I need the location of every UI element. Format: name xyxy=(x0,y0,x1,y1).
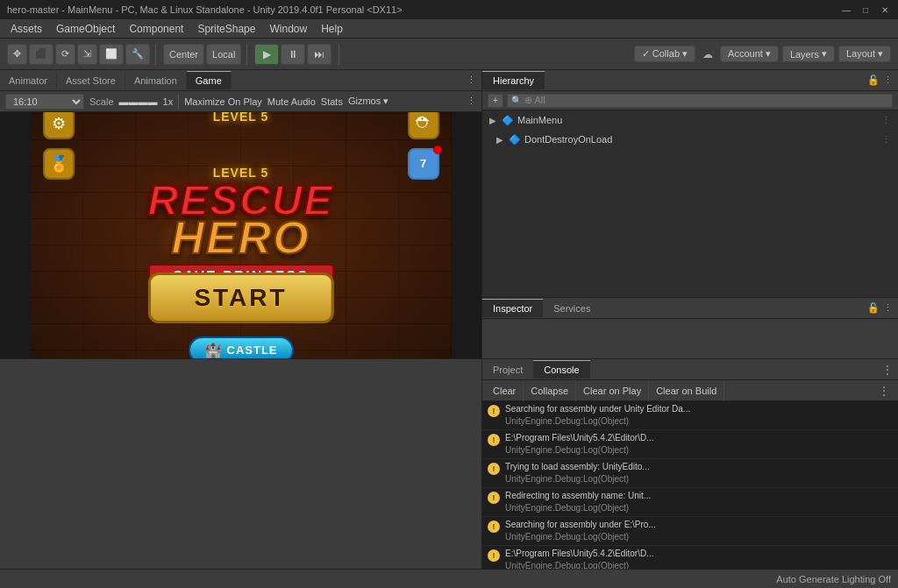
collab-button[interactable]: ✓ Collab ▾ xyxy=(634,46,695,62)
hierarchy-lock-icon[interactable]: 🔓 xyxy=(867,74,880,86)
menu-assets[interactable]: Assets xyxy=(4,21,49,37)
scale-tool[interactable]: ⇲ xyxy=(77,44,97,65)
console-tab[interactable]: Console xyxy=(533,360,589,379)
aspect-ratio-select[interactable]: 16:10 16:9 Free Aspect xyxy=(5,94,84,110)
layers-label: Layers xyxy=(790,49,819,60)
hierarchy-item-mainmenu[interactable]: ▶ 🔷 MainMenu ⋮ xyxy=(482,110,898,130)
warn-icon: ! xyxy=(488,549,500,562)
transform-tools: ✥ ⬛ ⟳ ⇲ ⬜ 🔧 xyxy=(7,44,156,65)
warn-icon: ! xyxy=(488,463,500,475)
tab-game[interactable]: Game xyxy=(187,71,232,89)
inspector-header: Inspector Services 🔓 ⋮ xyxy=(482,298,898,319)
settings-button[interactable]: ⚙ xyxy=(43,112,75,139)
title-bar: hero-master - MainMenu - PC, Mac & Linux… xyxy=(0,0,898,19)
start-button[interactable]: START xyxy=(147,273,333,323)
hierarchy-item-dontdestroy[interactable]: ▶ 🔷 DontDestroyOnLoad ⋮ xyxy=(482,130,898,149)
gizmos-button[interactable]: Gizmos ▾ xyxy=(348,96,388,107)
game-tab-bar: Animator Asset Store Animation Game ⋮ xyxy=(0,70,481,91)
console-toolbar-menu[interactable]: ⋮ xyxy=(873,383,894,399)
account-button[interactable]: Account ▾ xyxy=(720,46,779,62)
hand-tool[interactable]: ✥ xyxy=(7,44,27,65)
services-tab[interactable]: Services xyxy=(543,300,601,317)
bottom-left-panel xyxy=(0,359,482,569)
rotate-tool[interactable]: ⟳ xyxy=(55,44,75,65)
hierarchy-tab[interactable]: Hierarchy xyxy=(482,71,545,89)
transform-tool[interactable]: 🔧 xyxy=(125,44,150,65)
cloud-icon[interactable]: ☁ xyxy=(702,48,713,60)
tab-animator[interactable]: Animator xyxy=(0,72,57,89)
local-button[interactable]: Local xyxy=(206,44,241,65)
tab-asset-store[interactable]: Asset Store xyxy=(57,72,125,89)
layers-button[interactable]: Layers ▾ xyxy=(782,46,835,62)
scale-slider[interactable]: ▬▬▬▬ xyxy=(119,96,158,107)
search-icon: 🔍 xyxy=(511,96,522,105)
menu-window[interactable]: Window xyxy=(262,21,314,37)
console-entry[interactable]: ! Searching for assembly under E:\Pro...… xyxy=(482,517,898,546)
rect-tool[interactable]: ⬜ xyxy=(99,44,124,65)
menu-gameobject[interactable]: GameObject xyxy=(49,21,122,37)
console-line2: UnityEngine.Debug:Log(Object) xyxy=(505,444,654,457)
console-line2: UnityEngine.Debug:Log(Object) xyxy=(505,415,690,428)
inspector-tab[interactable]: Inspector xyxy=(482,299,543,317)
clear-button[interactable]: Clear xyxy=(486,380,524,401)
tab-menu-icon[interactable]: ⋮ xyxy=(461,71,481,89)
layout-button[interactable]: Layout ▾ xyxy=(838,46,891,62)
console-entry[interactable]: ! Trying to load assembly: UnityEdito...… xyxy=(482,459,898,488)
game-toolbar-menu[interactable]: ⋮ xyxy=(467,96,476,107)
center-button[interactable]: Center xyxy=(163,44,204,65)
console-toolbar: Clear Collapse Clear on Play Clear on Bu… xyxy=(482,380,898,401)
notification-badge xyxy=(433,145,442,154)
clear-on-build-button[interactable]: Clear on Build xyxy=(649,380,724,401)
medal-button[interactable]: 🏅 xyxy=(43,148,75,180)
console-entry[interactable]: ! E:\Program Files\Unity5.4.2\Editor\D..… xyxy=(482,430,898,459)
calendar-button[interactable]: 7 xyxy=(408,148,439,180)
game-canvas: ⚙ ⛑ 🏅 7 LEVEL 5 RESCUE HERO xyxy=(0,112,481,358)
menu-help[interactable]: Help xyxy=(314,21,350,37)
castle-button[interactable]: 🏰 CASTLE xyxy=(189,337,294,359)
castle-label: CASTLE xyxy=(227,344,278,357)
tab-animation[interactable]: Animation xyxy=(125,72,187,89)
stats-button[interactable]: Stats xyxy=(321,96,343,107)
item-menu-icon[interactable]: ⋮ xyxy=(881,134,891,145)
hierarchy-content: ▶ 🔷 MainMenu ⋮ ▶ 🔷 DontDestroyOnLoad ⋮ xyxy=(482,110,898,297)
layers-chevron-icon: ▾ xyxy=(822,48,827,60)
minimize-button[interactable]: — xyxy=(840,4,852,16)
maximize-button[interactable]: □ xyxy=(859,4,872,16)
menu-component[interactable]: Component xyxy=(122,21,190,37)
pause-button[interactable]: ⏸ xyxy=(281,44,305,65)
main-layout: Animator Asset Store Animation Game ⋮ 16… xyxy=(0,70,898,569)
move-tool[interactable]: ⬛ xyxy=(29,44,53,65)
console-entry[interactable]: ! Redirecting to assembly name: Unit... … xyxy=(482,488,898,517)
play-button[interactable]: ▶ xyxy=(254,44,279,65)
level-display: LEVEL 5 xyxy=(213,112,269,124)
console-line1: E:\Program Files\Unity5.4.2\Editor\D... xyxy=(505,548,654,560)
menu-spriteshape[interactable]: SpriteShape xyxy=(190,21,262,37)
maximize-on-play-button[interactable]: Maximize On Play xyxy=(184,96,262,107)
console-tab-menu[interactable]: ⋮ xyxy=(877,360,898,379)
inspector-panel-icons: 🔓 ⋮ xyxy=(867,302,898,314)
step-button[interactable]: ⏭ xyxy=(307,44,331,65)
hierarchy-search[interactable]: 🔍 ⊕ All xyxy=(507,94,893,108)
inspector-lock-icon[interactable]: 🔓 xyxy=(867,302,880,314)
item-menu-icon[interactable]: ⋮ xyxy=(881,115,891,126)
hierarchy-add-button[interactable]: + xyxy=(488,94,503,108)
hierarchy-item-name: MainMenu xyxy=(517,115,562,125)
helmet-button[interactable]: ⛑ xyxy=(408,112,439,139)
console-line1: Searching for assembly under Unity Edito… xyxy=(505,403,690,415)
scene-icon: 🔷 xyxy=(502,115,514,126)
status-text: Auto Generate Lighting Off xyxy=(776,574,891,584)
project-tab[interactable]: Project xyxy=(482,361,533,379)
console-entry[interactable]: ! E:\Program Files\Unity5.4.2\Editor\D..… xyxy=(482,546,898,569)
console-line1: E:\Program Files\Unity5.4.2\Editor\D... xyxy=(505,432,654,444)
close-button[interactable]: ✕ xyxy=(879,4,891,16)
console-entry[interactable]: ! Searching for assembly under Unity Edi… xyxy=(482,401,898,430)
mute-audio-button[interactable]: Mute Audio xyxy=(267,96,316,107)
console-line2: UnityEngine.Debug:Log(Object) xyxy=(505,473,650,485)
right-column: Hierarchy 🔓 ⋮ + 🔍 ⊕ All ▶ xyxy=(482,70,898,358)
hero-text: HERO xyxy=(147,215,333,260)
clear-on-play-button[interactable]: Clear on Play xyxy=(576,380,649,401)
inspector-menu-icon[interactable]: ⋮ xyxy=(883,302,893,314)
hierarchy-menu-icon[interactable]: ⋮ xyxy=(883,74,893,86)
account-label: Account ▾ xyxy=(728,48,771,60)
collapse-button[interactable]: Collapse xyxy=(524,380,576,401)
